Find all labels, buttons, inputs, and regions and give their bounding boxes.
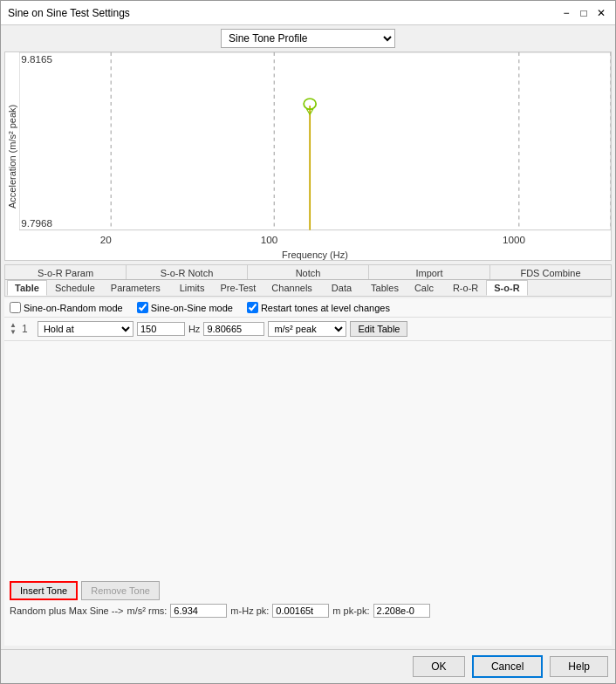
mpk-input[interactable]: [373, 604, 430, 618]
svg-text:100: 100: [261, 236, 277, 245]
frequency-input[interactable]: [137, 322, 185, 336]
mpk-label: m pk-pk:: [332, 605, 369, 616]
row-arrows: ▲ ▼: [10, 322, 17, 336]
tab-schedule[interactable]: Schedule: [47, 280, 103, 296]
amplitude-unit-select[interactable]: m/s² peak m/s² rms g peak g rms: [268, 321, 346, 337]
sine-on-random-label[interactable]: Sine-on-Random mode: [10, 302, 123, 313]
sine-on-random-checkbox[interactable]: [10, 302, 21, 313]
remove-tone-button[interactable]: Remove Tone: [81, 581, 160, 600]
tab-limits[interactable]: Limits: [172, 280, 213, 296]
restart-tones-checkbox[interactable]: [247, 302, 258, 313]
close-button[interactable]: ✕: [594, 6, 608, 20]
tone-type-select[interactable]: Hold at: [38, 321, 133, 337]
main-window: Sine on Sine Test Settings − □ ✕ Sine To…: [0, 0, 616, 684]
cancel-button[interactable]: Cancel: [472, 655, 543, 678]
insert-remove-section: Insert Tone Remove Tone Random plus Max …: [10, 581, 430, 618]
stats-label: Random plus Max Sine -->: [10, 605, 124, 616]
sine-on-sine-text: Sine-on-Sine mode: [151, 303, 233, 313]
tab-calc[interactable]: Calc: [407, 280, 441, 296]
x-axis-label: Frequency (Hz): [19, 250, 611, 260]
tone-row: ▲ ▼ 1 Hold at Hz m/s² peak m/s² rms g pe…: [4, 318, 612, 341]
svg-text:1000: 1000: [503, 236, 525, 245]
tab-r-o-r[interactable]: R-o-R: [445, 280, 486, 296]
window-title: Sine on Sine Test Settings: [8, 7, 130, 19]
content-area: Sine Tone Profile Acceleration (m/s² pea…: [1, 25, 615, 649]
tab-group-notch: Notch: [248, 265, 369, 279]
group-label-fds: FDS Combine: [515, 267, 585, 279]
sine-on-sine-label[interactable]: Sine-on-Sine mode: [137, 302, 233, 313]
mhz-pk-label: m-Hz pk:: [230, 605, 269, 616]
tab-group-sor-param: S-o-R Param: [5, 265, 127, 279]
tab-pre-test[interactable]: Pre-Test: [212, 280, 264, 296]
options-row: Sine-on-Random mode Sine-on-Sine mode Re…: [4, 298, 612, 318]
rms-label: m/s² rms:: [127, 605, 168, 616]
tab-group-sor-notch: S-o-R Notch: [127, 265, 248, 279]
sine-on-sine-checkbox[interactable]: [137, 302, 148, 313]
chart-container: 9.8165 9.7968 20 100 1000 Freq: [19, 52, 611, 260]
restart-tones-label[interactable]: Restart tones at level changes: [247, 302, 390, 313]
tab-s-o-r[interactable]: S-o-R: [486, 280, 527, 296]
restart-tones-text: Restart tones at level changes: [261, 303, 390, 313]
svg-text:9.7968: 9.7968: [21, 218, 52, 228]
svg-rect-0: [19, 52, 611, 230]
chart-svg: 9.8165 9.7968 20 100 1000: [19, 52, 611, 248]
tab-channels[interactable]: Channels: [264, 280, 319, 296]
profile-select[interactable]: Sine Tone Profile: [221, 29, 395, 48]
insert-tone-button[interactable]: Insert Tone: [10, 581, 78, 600]
profile-row: Sine Tone Profile: [4, 29, 612, 48]
amplitude-input[interactable]: [203, 322, 264, 336]
tab-parameters[interactable]: Parameters: [103, 280, 168, 296]
minimize-button[interactable]: −: [559, 6, 573, 20]
footer-row: OK Cancel Help: [1, 649, 615, 683]
chart-area: Acceleration (m/s² peak) 9.8165: [4, 51, 612, 261]
edit-table-button[interactable]: Edit Table: [350, 321, 407, 337]
group-label-import: Import: [410, 267, 448, 279]
tab-table[interactable]: Table: [7, 280, 47, 296]
tab-tables[interactable]: Tables: [363, 280, 407, 296]
title-bar: Sine on Sine Test Settings − □ ✕: [1, 1, 615, 25]
tab-data[interactable]: Data: [324, 280, 359, 296]
tab-sub-row: Table Schedule Parameters Limits Pre-Tes…: [5, 280, 611, 296]
restore-button[interactable]: □: [577, 6, 591, 20]
sine-on-random-text: Sine-on-Random mode: [24, 303, 123, 313]
tab-group-import: Import: [369, 265, 490, 279]
chart-inner: 9.8165 9.7968 20 100 1000: [19, 52, 611, 248]
arrow-down[interactable]: ▼: [10, 329, 17, 336]
group-label-notch: Notch: [291, 267, 326, 279]
insert-remove-row: Insert Tone Remove Tone: [10, 581, 430, 600]
tabs-section: S-o-R Param S-o-R Notch Notch Import FDS…: [4, 264, 612, 297]
frequency-unit: Hz: [188, 324, 200, 334]
window-controls: − □ ✕: [559, 6, 608, 20]
rms-value-input[interactable]: [170, 604, 227, 618]
help-button[interactable]: Help: [550, 656, 608, 677]
bottom-area: Insert Tone Remove Tone Random plus Max …: [4, 341, 612, 646]
tone-number: 1: [22, 323, 31, 335]
tab-group-fds: FDS Combine: [490, 265, 611, 279]
stats-row: Random plus Max Sine --> m/s² rms: m-Hz …: [10, 604, 430, 618]
svg-text:9.8165: 9.8165: [21, 55, 52, 65]
svg-text:20: 20: [100, 236, 112, 245]
group-label-sor-notch: S-o-R Notch: [155, 267, 219, 279]
group-label-sor-param: S-o-R Param: [32, 267, 99, 279]
mhz-pk-input[interactable]: [272, 604, 329, 618]
tab-group-row: S-o-R Param S-o-R Notch Notch Import FDS…: [5, 265, 611, 280]
ok-button[interactable]: OK: [413, 656, 465, 677]
y-axis-label: Acceleration (m/s² peak): [5, 52, 19, 260]
